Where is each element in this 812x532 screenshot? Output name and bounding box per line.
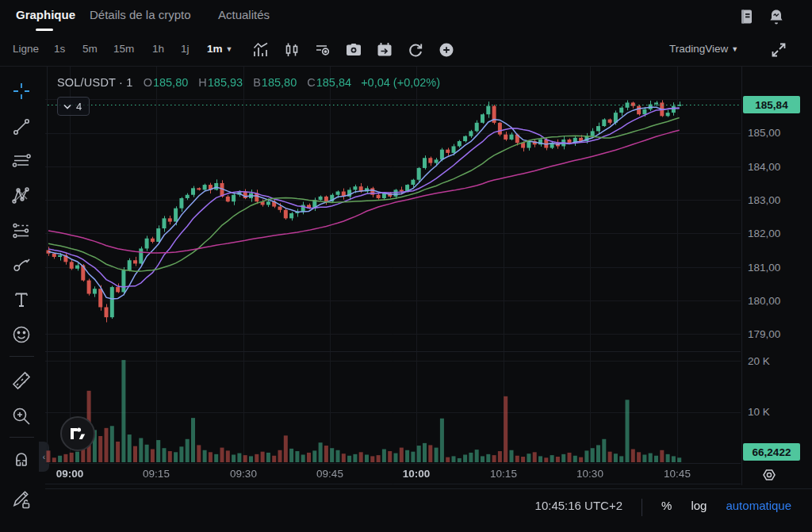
time-tick-label: 10:15 <box>490 468 517 480</box>
price-tick-label: 184,00 <box>748 161 780 173</box>
alert-bell-icon[interactable] <box>768 8 785 25</box>
log-scale-button[interactable]: log <box>691 499 707 512</box>
price-tick-label: 179,00 <box>748 328 780 340</box>
time-tick-label: 10:30 <box>576 468 603 480</box>
high-label: H <box>198 76 206 89</box>
low-value: 185,80 <box>262 76 297 89</box>
time-tick-label: 10:45 <box>664 468 691 480</box>
tab-details-crypto[interactable]: Détails de la crypto <box>90 8 191 21</box>
current-volume-badge: 66,2422 <box>743 443 800 461</box>
time-tick-label: 09:15 <box>143 468 170 480</box>
active-tab-indicator <box>36 29 53 31</box>
crosshair-icon[interactable] <box>10 80 33 102</box>
close-label: C <box>307 76 315 89</box>
journal-icon[interactable] <box>737 8 755 25</box>
candlestick-chart[interactable] <box>45 67 741 485</box>
low-label: B <box>253 76 261 89</box>
time-tick-label: 10:00 <box>403 468 431 480</box>
trend-line-icon[interactable] <box>10 116 33 138</box>
time-tick-label: 09:00 <box>56 468 84 480</box>
xabcd-pattern-icon[interactable] <box>10 185 33 207</box>
divider <box>642 499 642 516</box>
hidden-indicator-count: 4 <box>76 101 82 113</box>
indicators-icon[interactable] <box>251 40 270 59</box>
high-value: 185,93 <box>208 76 243 89</box>
price-tick-label: 181,00 <box>748 262 780 274</box>
text-tool-icon[interactable] <box>10 289 33 311</box>
close-value: 185,84 <box>316 76 351 89</box>
interval-15m[interactable]: 15m <box>113 43 134 55</box>
sidebar-divider <box>10 437 34 438</box>
price-tick-label: 185,00 <box>748 127 780 139</box>
open-value: 185,80 <box>153 76 188 89</box>
symbol-name[interactable]: SOL/USDT · 1 <box>57 76 133 89</box>
trading-app: { "header": { "tabs": [ {"label": "Graph… <box>0 0 812 532</box>
time-tick-label: 09:45 <box>316 468 343 480</box>
chart-toolbar: Ligne 1s 5m 15m 1h 1j 1m▼ TradingView▼ <box>0 33 812 67</box>
magnet-icon[interactable] <box>10 447 33 469</box>
interval-5m[interactable]: 5m <box>82 43 98 55</box>
legend-collapse-badge[interactable]: 4 <box>57 97 90 116</box>
camera-icon[interactable] <box>344 40 363 59</box>
time-tick-label: 09:30 <box>230 468 257 480</box>
symbol-info-row[interactable]: SOL/USDT · 1 O185,80 H185,93 B185,80 C18… <box>57 76 440 89</box>
zoom-in-icon[interactable] <box>10 405 33 427</box>
open-label: O <box>144 76 152 89</box>
percent-scale-button[interactable]: % <box>661 499 672 512</box>
interval-1s[interactable]: 1s <box>54 43 65 55</box>
chevron-down-icon: ▼ <box>226 45 233 53</box>
fullscreen-icon[interactable] <box>769 40 788 59</box>
tradingview-logo <box>60 416 95 451</box>
candles-icon[interactable] <box>282 40 301 59</box>
auto-scale-button[interactable]: automatique <box>726 499 791 512</box>
projection-icon[interactable] <box>10 220 33 242</box>
volume-tick-label: 10 K <box>748 406 770 418</box>
axis-settings-cell[interactable] <box>741 464 812 485</box>
gear-icon[interactable] <box>759 465 779 485</box>
fib-lines-icon[interactable] <box>10 150 33 172</box>
price-tick-label: 182,00 <box>748 228 780 239</box>
price-axis[interactable]: 186,00185,00184,00183,00182,00181,00180,… <box>741 67 812 485</box>
price-tick-label: 180,00 <box>748 295 780 307</box>
draw-lock-icon[interactable] <box>10 488 33 511</box>
tab-graphique[interactable]: Graphique <box>16 8 75 21</box>
top-tab-bar: Graphique Détails de la crypto Actualité… <box>0 0 812 33</box>
brush-icon[interactable] <box>10 254 33 276</box>
add-circle-icon[interactable] <box>437 40 456 59</box>
time-axis[interactable]: 09:0009:1509:3009:4510:0010:1510:3010:45 <box>45 463 741 485</box>
volume-tick-label: 20 K <box>748 355 770 367</box>
emoji-icon[interactable] <box>10 323 33 346</box>
tab-actualites[interactable]: Actualités <box>218 8 270 21</box>
interval-1j[interactable]: 1j <box>181 43 190 55</box>
status-bar: 10:45:16 UTC+2 % log automatique <box>45 488 812 532</box>
interval-1h[interactable]: 1h <box>152 43 164 55</box>
price-change: +0,04 (+0,02%) <box>361 76 440 89</box>
chart-type-button[interactable]: Ligne <box>13 43 39 55</box>
price-tick-label: 183,00 <box>748 194 780 206</box>
chevron-down-icon <box>63 104 71 109</box>
last-price-badge: 185,84 <box>743 96 800 113</box>
sidebar-divider <box>10 356 34 357</box>
ruler-icon[interactable] <box>10 369 33 392</box>
tradingview-menu[interactable]: TradingView▼ <box>669 43 738 55</box>
calendar-goto-icon[interactable] <box>375 40 394 59</box>
refresh-icon[interactable] <box>406 40 425 59</box>
chevron-down-icon: ▼ <box>731 45 738 53</box>
display-settings-icon[interactable] <box>313 40 332 59</box>
interval-active-1m[interactable]: 1m▼ <box>207 43 232 55</box>
clock[interactable]: 10:45:16 UTC+2 <box>535 499 623 512</box>
